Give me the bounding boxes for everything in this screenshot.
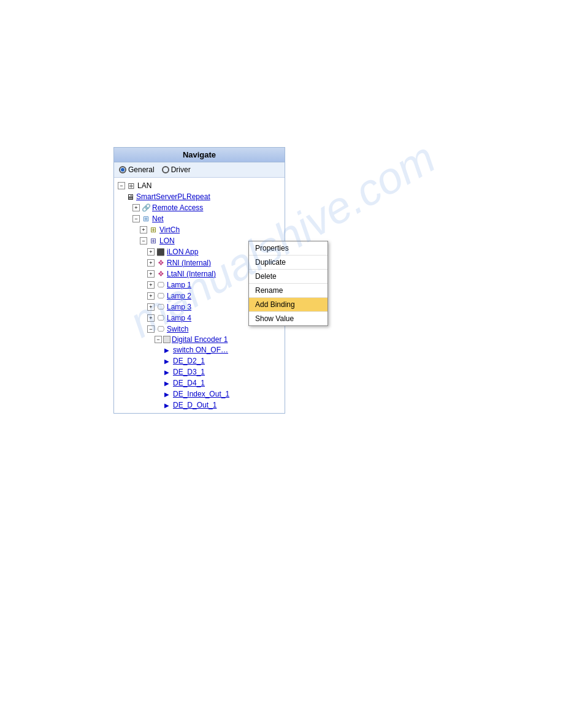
context-menu-duplicate[interactable]: Duplicate bbox=[249, 256, 327, 270]
expand-ilon-app[interactable]: + bbox=[147, 248, 155, 256]
de-d-out-1-icon: ▶ bbox=[162, 400, 172, 410]
switch-on-of-icon: ▶ bbox=[162, 345, 172, 355]
virtch-label: VirtCh bbox=[159, 226, 180, 234]
ltani-icon: ❖ bbox=[156, 269, 166, 279]
expand-lamp4[interactable]: + bbox=[147, 314, 155, 322]
de-d3-1-icon: ▶ bbox=[162, 367, 172, 377]
virtch-icon: ⊞ bbox=[148, 225, 158, 235]
lamp2-label: Lamp 2 bbox=[167, 292, 191, 300]
de-d3-1-label: DE_D3_1 bbox=[173, 368, 205, 376]
expand-lamp3[interactable]: + bbox=[147, 303, 155, 311]
expand-lamp1[interactable]: + bbox=[147, 281, 155, 289]
digital-encoder-label: Digital Encoder 1 bbox=[172, 335, 228, 344]
digital-encoder-icon bbox=[163, 336, 170, 343]
tree-row[interactable]: ▶ DE_D_Out_1 bbox=[114, 400, 285, 411]
de-d2-1-label: DE_D2_1 bbox=[173, 357, 205, 365]
radio-general-label: General bbox=[128, 165, 155, 174]
expand-rni[interactable]: + bbox=[147, 259, 155, 267]
radio-general[interactable]: General bbox=[119, 165, 155, 174]
tree-row[interactable]: ▶ DE_D3_1 bbox=[114, 366, 285, 377]
tree-row[interactable]: ▶ DE_D4_1 bbox=[114, 377, 285, 389]
smartserver-label: SmartServerPLRepeat bbox=[136, 192, 210, 201]
expand-switch[interactable]: − bbox=[147, 325, 155, 333]
expand-lan[interactable]: − bbox=[118, 182, 125, 189]
expand-lon[interactable]: − bbox=[140, 237, 147, 245]
lon-label: LON bbox=[159, 237, 175, 245]
lan-label: LAN bbox=[137, 181, 151, 190]
de-index-out-1-icon: ▶ bbox=[162, 389, 172, 399]
context-menu: Properties Duplicate Delete Rename Add B… bbox=[248, 241, 328, 326]
expand-lamp2[interactable]: + bbox=[147, 292, 155, 300]
tree-row[interactable]: + 🔗 Remote Access bbox=[114, 202, 285, 213]
tree-row[interactable]: + ⊞ VirtCh bbox=[114, 224, 285, 235]
switch-icon: 🖵 bbox=[156, 324, 166, 334]
tree-row[interactable]: ▶ switch ON_OF… bbox=[114, 344, 285, 355]
tree-row[interactable]: ▶ DE_D2_1 bbox=[114, 355, 285, 366]
rni-icon: ❖ bbox=[156, 258, 166, 268]
lamp2-icon: 🖵 bbox=[156, 291, 166, 301]
de-d-out-1-label: DE_D_Out_1 bbox=[173, 401, 216, 409]
expand-ltani[interactable]: + bbox=[147, 270, 155, 278]
tree-row[interactable]: ▶ DE_Index_Out_1 bbox=[114, 389, 285, 400]
tree-row[interactable]: − Digital Encoder 1 bbox=[114, 335, 285, 344]
expand-remote-access[interactable]: + bbox=[132, 204, 140, 211]
radio-row: General Driver bbox=[114, 162, 285, 178]
net-icon: ⊞ bbox=[141, 214, 151, 224]
de-d2-1-icon: ▶ bbox=[162, 356, 172, 366]
radio-driver[interactable]: Driver bbox=[162, 165, 191, 174]
lan-icon: ⊞ bbox=[126, 181, 136, 191]
tree-row[interactable]: 🖥 SmartServerPLRepeat bbox=[114, 191, 285, 202]
de-d4-1-icon: ▶ bbox=[162, 378, 172, 388]
rni-label: RNI (Internal) bbox=[167, 259, 211, 267]
lamp4-icon: 🖵 bbox=[156, 313, 166, 323]
switch-on-of-label: switch ON_OF… bbox=[173, 346, 228, 354]
lamp1-label: Lamp 1 bbox=[167, 281, 191, 289]
switch-label: Switch bbox=[167, 325, 188, 333]
ilon-app-icon: ⬛ bbox=[156, 247, 166, 257]
tree-row[interactable]: − ⊞ LAN bbox=[114, 180, 285, 191]
expand-virtch[interactable]: + bbox=[140, 226, 147, 233]
context-menu-rename[interactable]: Rename bbox=[249, 284, 327, 298]
ilon-app-label: iLON App bbox=[167, 248, 198, 256]
remote-access-icon: 🔗 bbox=[141, 203, 151, 213]
lon-icon: ⊞ bbox=[148, 236, 158, 246]
lamp3-label: Lamp 3 bbox=[167, 303, 191, 311]
de-index-out-1-label: DE_Index_Out_1 bbox=[173, 390, 229, 398]
radio-driver-label: Driver bbox=[171, 165, 191, 174]
smartserver-icon: 🖥 bbox=[125, 192, 135, 202]
net-label: Net bbox=[152, 214, 164, 223]
tree-row[interactable]: − ⊞ Net bbox=[114, 213, 285, 224]
panel-title: Navigate bbox=[114, 148, 285, 162]
lamp4-label: Lamp 4 bbox=[167, 314, 191, 322]
context-menu-properties[interactable]: Properties bbox=[249, 241, 327, 256]
radio-driver-circle[interactable] bbox=[162, 166, 169, 173]
context-menu-add-binding[interactable]: Add Binding bbox=[249, 298, 327, 312]
expand-digital-encoder[interactable]: − bbox=[155, 336, 162, 343]
expand-net[interactable]: − bbox=[132, 215, 140, 222]
lamp3-icon: 🖵 bbox=[156, 302, 166, 312]
radio-general-circle[interactable] bbox=[119, 166, 126, 173]
context-menu-delete[interactable]: Delete bbox=[249, 270, 327, 284]
remote-access-label: Remote Access bbox=[152, 203, 203, 212]
ltani-label: LtaNI (Internal) bbox=[167, 270, 216, 278]
de-d4-1-label: DE_D4_1 bbox=[173, 379, 205, 387]
lamp1-icon: 🖵 bbox=[156, 280, 166, 290]
context-menu-show-value[interactable]: Show Value bbox=[249, 312, 327, 325]
